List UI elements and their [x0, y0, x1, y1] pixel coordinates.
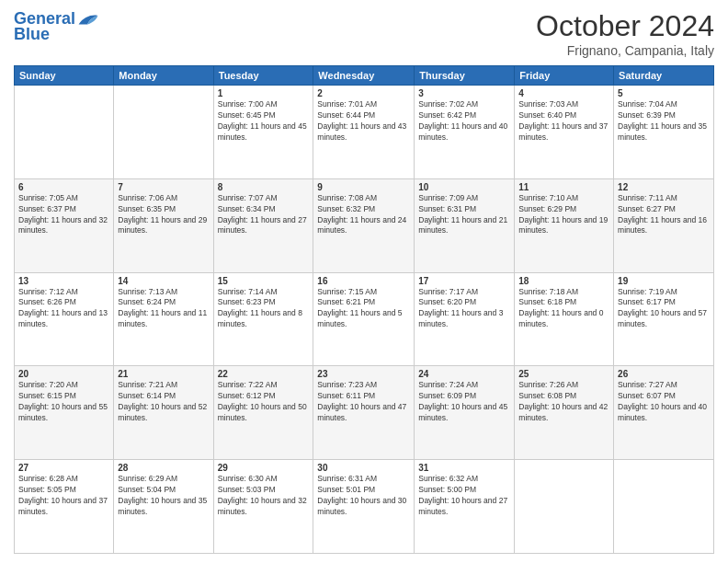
calendar-week-row: 27Sunrise: 6:28 AMSunset: 5:05 PMDayligh… — [15, 460, 714, 554]
day-info: Sunrise: 6:30 AMSunset: 5:03 PMDaylight:… — [218, 474, 310, 518]
sunset-text: Sunset: 6:42 PM — [418, 110, 510, 121]
daylight-text: Daylight: 10 hours and 32 minutes. — [218, 496, 310, 518]
weekday-header-tuesday: Tuesday — [213, 66, 313, 86]
daylight-text: Daylight: 11 hours and 19 minutes. — [518, 215, 609, 237]
calendar-cell: 29Sunrise: 6:30 AMSunset: 5:03 PMDayligh… — [213, 460, 313, 554]
day-info: Sunrise: 7:09 AMSunset: 6:31 PMDaylight:… — [418, 193, 510, 237]
sunrise-text: Sunrise: 6:31 AM — [317, 474, 410, 485]
day-number: 3 — [418, 88, 510, 98]
daylight-text: Daylight: 11 hours and 8 minutes. — [218, 308, 310, 330]
daylight-text: Daylight: 11 hours and 24 minutes. — [317, 215, 410, 237]
day-info: Sunrise: 7:20 AMSunset: 6:15 PMDaylight:… — [18, 380, 109, 424]
sunset-text: Sunset: 6:26 PM — [18, 297, 109, 308]
sunset-text: Sunset: 5:05 PM — [18, 485, 109, 496]
day-number: 9 — [317, 182, 410, 192]
day-number: 1 — [218, 88, 310, 98]
sunset-text: Sunset: 6:45 PM — [218, 110, 310, 121]
calendar-week-row: 13Sunrise: 7:12 AMSunset: 6:26 PMDayligh… — [15, 272, 714, 366]
sunrise-text: Sunrise: 7:20 AM — [18, 380, 109, 391]
sunrise-text: Sunrise: 7:10 AM — [518, 193, 609, 204]
weekday-header-thursday: Thursday — [415, 66, 515, 86]
daylight-text: Daylight: 10 hours and 45 minutes. — [418, 402, 510, 424]
day-number: 10 — [418, 182, 510, 192]
day-info: Sunrise: 7:13 AMSunset: 6:24 PMDaylight:… — [118, 287, 209, 331]
title-block: October 2024 Frignano, Campania, Italy — [536, 9, 714, 58]
daylight-text: Daylight: 11 hours and 11 minutes. — [118, 308, 209, 330]
day-number: 15 — [218, 276, 310, 286]
day-info: Sunrise: 6:32 AMSunset: 5:00 PMDaylight:… — [418, 474, 510, 518]
sunrise-text: Sunrise: 7:12 AM — [18, 287, 109, 298]
sunset-text: Sunset: 6:14 PM — [118, 391, 209, 402]
day-info: Sunrise: 6:28 AMSunset: 5:05 PMDaylight:… — [18, 474, 109, 518]
daylight-text: Daylight: 10 hours and 35 minutes. — [118, 496, 209, 518]
daylight-text: Daylight: 10 hours and 27 minutes. — [418, 496, 510, 518]
day-number: 4 — [518, 88, 609, 98]
calendar-table: SundayMondayTuesdayWednesdayThursdayFrid… — [14, 65, 714, 554]
daylight-text: Daylight: 10 hours and 37 minutes. — [18, 496, 109, 518]
calendar-cell — [515, 460, 614, 554]
sunrise-text: Sunrise: 7:27 AM — [618, 380, 710, 391]
calendar-cell: 14Sunrise: 7:13 AMSunset: 6:24 PMDayligh… — [114, 272, 213, 366]
sunset-text: Sunset: 6:15 PM — [18, 391, 109, 402]
daylight-text: Daylight: 11 hours and 32 minutes. — [18, 215, 109, 237]
day-info: Sunrise: 6:29 AMSunset: 5:04 PMDaylight:… — [118, 474, 209, 518]
daylight-text: Daylight: 10 hours and 57 minutes. — [618, 308, 710, 330]
daylight-text: Daylight: 10 hours and 30 minutes. — [317, 496, 410, 518]
calendar-cell: 24Sunrise: 7:24 AMSunset: 6:09 PMDayligh… — [415, 366, 515, 460]
sunrise-text: Sunrise: 7:05 AM — [18, 193, 109, 204]
day-info: Sunrise: 7:11 AMSunset: 6:27 PMDaylight:… — [618, 193, 710, 237]
day-info: Sunrise: 7:24 AMSunset: 6:09 PMDaylight:… — [418, 380, 510, 424]
sunset-text: Sunset: 6:08 PM — [518, 391, 609, 402]
day-number: 27 — [18, 463, 109, 473]
sunrise-text: Sunrise: 7:06 AM — [118, 193, 209, 204]
day-number: 22 — [218, 369, 310, 379]
calendar-cell: 8Sunrise: 7:07 AMSunset: 6:34 PMDaylight… — [213, 178, 313, 272]
day-number: 2 — [317, 88, 410, 98]
calendar-cell: 1Sunrise: 7:00 AMSunset: 6:45 PMDaylight… — [213, 86, 313, 179]
day-info: Sunrise: 7:21 AMSunset: 6:14 PMDaylight:… — [118, 380, 209, 424]
day-info: Sunrise: 7:04 AMSunset: 6:39 PMDaylight:… — [618, 99, 710, 144]
sunset-text: Sunset: 5:04 PM — [118, 485, 209, 496]
daylight-text: Daylight: 11 hours and 16 minutes. — [618, 215, 710, 237]
day-info: Sunrise: 7:07 AMSunset: 6:34 PMDaylight:… — [218, 193, 310, 237]
weekday-header-row: SundayMondayTuesdayWednesdayThursdayFrid… — [15, 66, 714, 86]
calendar-cell — [114, 86, 213, 179]
day-info: Sunrise: 7:12 AMSunset: 6:26 PMDaylight:… — [18, 287, 109, 331]
day-info: Sunrise: 7:03 AMSunset: 6:40 PMDaylight:… — [518, 99, 609, 144]
day-info: Sunrise: 7:26 AMSunset: 6:08 PMDaylight:… — [518, 380, 609, 424]
sunrise-text: Sunrise: 7:14 AM — [218, 287, 310, 298]
daylight-text: Daylight: 10 hours and 50 minutes. — [218, 402, 310, 424]
sunset-text: Sunset: 6:31 PM — [418, 204, 510, 215]
day-info: Sunrise: 7:22 AMSunset: 6:12 PMDaylight:… — [218, 380, 310, 424]
day-number: 5 — [618, 88, 710, 98]
sunrise-text: Sunrise: 7:22 AM — [218, 380, 310, 391]
sunrise-text: Sunrise: 7:08 AM — [317, 193, 410, 204]
calendar-cell: 23Sunrise: 7:23 AMSunset: 6:11 PMDayligh… — [313, 366, 415, 460]
sunset-text: Sunset: 6:24 PM — [118, 297, 209, 308]
calendar-cell: 7Sunrise: 7:06 AMSunset: 6:35 PMDaylight… — [114, 178, 213, 272]
weekday-header-sunday: Sunday — [15, 66, 114, 86]
sunrise-text: Sunrise: 6:28 AM — [18, 474, 109, 485]
sunrise-text: Sunrise: 7:17 AM — [418, 287, 510, 298]
day-number: 7 — [118, 182, 209, 192]
daylight-text: Daylight: 11 hours and 0 minutes. — [518, 308, 609, 330]
day-info: Sunrise: 7:27 AMSunset: 6:07 PMDaylight:… — [618, 380, 710, 424]
daylight-text: Daylight: 10 hours and 47 minutes. — [317, 402, 410, 424]
weekday-header-wednesday: Wednesday — [313, 66, 415, 86]
sunrise-text: Sunrise: 7:24 AM — [418, 380, 510, 391]
day-number: 21 — [118, 369, 209, 379]
day-number: 6 — [18, 182, 109, 192]
day-number: 30 — [317, 463, 410, 473]
location-title: Frignano, Campania, Italy — [536, 43, 714, 58]
day-info: Sunrise: 7:06 AMSunset: 6:35 PMDaylight:… — [118, 193, 209, 237]
calendar-cell: 16Sunrise: 7:15 AMSunset: 6:21 PMDayligh… — [313, 272, 415, 366]
daylight-text: Daylight: 11 hours and 3 minutes. — [418, 308, 510, 330]
sunrise-text: Sunrise: 7:04 AM — [618, 99, 710, 110]
day-number: 28 — [118, 463, 209, 473]
sunrise-text: Sunrise: 7:11 AM — [618, 193, 710, 204]
sunset-text: Sunset: 6:09 PM — [418, 391, 510, 402]
sunset-text: Sunset: 6:07 PM — [618, 391, 710, 402]
day-number: 19 — [618, 276, 710, 286]
sunrise-text: Sunrise: 7:03 AM — [518, 99, 609, 110]
day-info: Sunrise: 6:31 AMSunset: 5:01 PMDaylight:… — [317, 474, 410, 518]
